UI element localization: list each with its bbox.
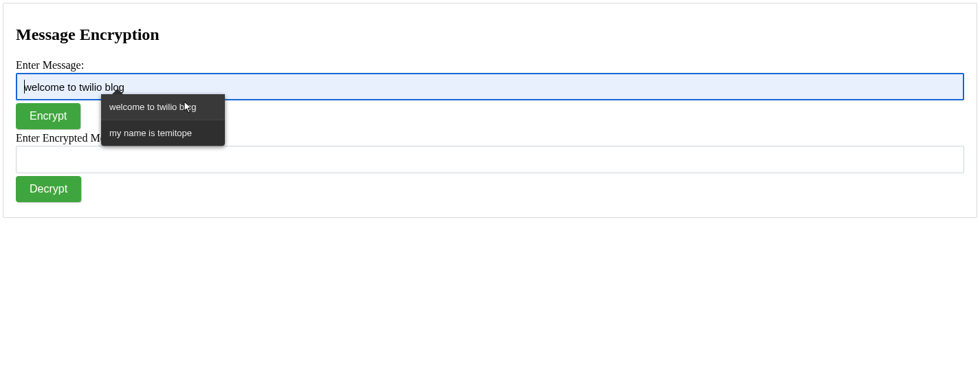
encrypted-input[interactable] bbox=[16, 146, 964, 173]
page-title: Message Encryption bbox=[16, 25, 964, 44]
encrypt-button[interactable]: Encrypt bbox=[16, 103, 80, 129]
autocomplete-item-1[interactable]: my name is temitope bbox=[101, 120, 225, 146]
autocomplete-item-0[interactable]: welcome to twilio blog bbox=[101, 94, 225, 120]
text-caret bbox=[24, 80, 25, 94]
autocomplete-dropdown: welcome to twilio blog my name is temito… bbox=[101, 94, 225, 146]
encrypt-row: Encrypt welcome to twilio blog my name i… bbox=[16, 100, 964, 132]
enter-message-label: Enter Message: bbox=[16, 59, 964, 72]
decrypt-button[interactable]: Decrypt bbox=[16, 176, 81, 202]
encryption-card: Message Encryption Enter Message: Encryp… bbox=[3, 3, 977, 218]
decrypt-row: Decrypt bbox=[16, 173, 964, 205]
